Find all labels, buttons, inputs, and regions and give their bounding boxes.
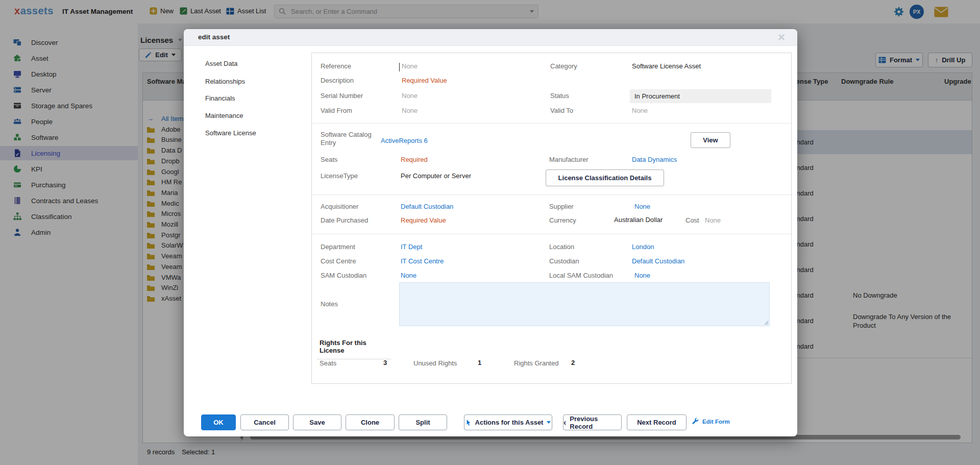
category-label: Category [550,62,577,70]
view-button[interactable]: View [691,132,730,148]
reference-value[interactable]: None [402,62,418,70]
description-label: Description [321,77,354,84]
serial-number-label: Serial Number [321,92,363,100]
license-classification-details-button[interactable]: License Classification Details [546,169,664,186]
supplier-label: Supplier [549,203,574,210]
rights-granted-value: 2 [571,359,575,366]
notes-textarea[interactable] [399,282,770,326]
description-value[interactable]: Required Value [402,77,447,84]
custodian-label: Custodian [549,257,579,265]
department-label: Department [321,243,355,251]
reference-label: Reference [321,62,351,70]
form-divider [312,194,791,195]
resize-handle-icon[interactable] [764,321,769,325]
rights-section-heading: Rights For this License [317,339,391,359]
rights-seats-value: 3 [383,359,387,366]
cursor-pointer-icon [465,419,472,426]
local-sam-custodian-label: Local SAM Custodian [549,272,613,279]
location-link[interactable]: London [632,243,654,251]
unused-rights-label: Unused Rights [413,359,457,367]
rights-granted-label: Rights Granted [514,359,558,367]
acquisitioner-link[interactable]: Default Custodian [401,203,453,210]
status-label: Status [550,92,569,100]
app-root: xassets IT Asset Management New Last Ass… [0,0,980,465]
software-catalog-entry-label: Software Catalog Entry [321,131,377,147]
close-icon[interactable]: × [778,30,785,44]
modal-nav-maintenance[interactable]: Maintenance [205,112,243,119]
previous-record-label: Previous Record [570,415,621,430]
edit-form-label: Edit Form [702,419,730,425]
cancel-button[interactable]: Cancel [240,414,289,430]
cost-value[interactable]: None [705,216,721,224]
acquisitioner-label: Acquisitioner [321,203,358,210]
rights-seats-label: Seats [320,359,336,367]
location-label: Location [549,243,574,251]
actions-button-label: Actions for this Asset [475,419,544,426]
unused-rights-value: 1 [478,359,481,366]
asset-form-panel: Reference None Category Software License… [311,53,792,384]
modal-header: edit asset × [184,29,797,46]
modal-nav-asset-data[interactable]: Asset Data [205,60,238,67]
sam-custodian-label: SAM Custodian [321,272,366,279]
form-divider [312,123,791,124]
sam-custodian-link[interactable]: None [401,272,416,279]
valid-from-label: Valid From [321,107,352,114]
form-divider [312,234,791,234]
clone-button[interactable]: Clone [346,414,395,430]
split-button[interactable]: Split [399,414,447,430]
modal-title: edit asset [198,33,230,41]
ok-button[interactable]: OK [201,414,236,430]
custodian-link[interactable]: Default Custodian [632,257,684,265]
license-type-label: LicenseType [321,172,358,180]
software-catalog-entry-link[interactable]: ActiveReports 6 [381,137,428,144]
actions-dropdown-chevron-icon [547,421,551,424]
modal-nav-financials[interactable]: Financials [205,94,235,102]
save-button[interactable]: Save [293,414,341,430]
previous-record-button[interactable]: ‹ Previous Record [563,414,622,430]
edit-form-link[interactable]: Edit Form [692,418,730,425]
serial-number-value[interactable]: None [402,92,418,100]
notes-label: Notes [321,300,338,308]
license-type-value: Per Computer or Server [401,172,471,180]
valid-to-label: Valid To [550,107,573,114]
date-purchased-value[interactable]: Required Value [401,216,446,224]
status-input[interactable] [630,89,771,103]
modal-nav-relationships[interactable]: Relationships [205,78,245,85]
seats-value[interactable]: Required [401,156,428,163]
supplier-link[interactable]: None [634,203,650,210]
cost-label: Cost [685,216,699,224]
modal-nav-software-license[interactable]: Software License [205,129,256,137]
actions-for-this-asset-button[interactable]: Actions for this Asset [464,414,552,430]
valid-from-value[interactable]: None [402,107,418,114]
cost-centre-label: Cost Centre [321,257,356,265]
manufacturer-label: Manufacturer [549,156,589,163]
department-link[interactable]: IT Dept [401,243,422,251]
currency-value: Australian Dollar [614,216,663,224]
chevron-left-icon: ‹ [564,419,566,426]
category-value: Software License Asset [632,62,701,70]
cost-centre-link[interactable]: IT Cost Centre [401,257,444,265]
local-sam-custodian-link[interactable]: None [634,272,650,279]
date-purchased-label: Date Purchased [321,216,368,224]
text-cursor [399,63,400,71]
next-record-button[interactable]: Next Record [627,414,687,430]
edit-asset-modal: edit asset × Asset Data Relationships Fi… [184,29,797,436]
manufacturer-link[interactable]: Data Dynamics [632,156,677,163]
currency-label: Currency [549,216,576,224]
seats-label: Seats [321,156,337,163]
wrench-icon [692,418,699,425]
valid-to-value[interactable]: None [632,107,648,114]
